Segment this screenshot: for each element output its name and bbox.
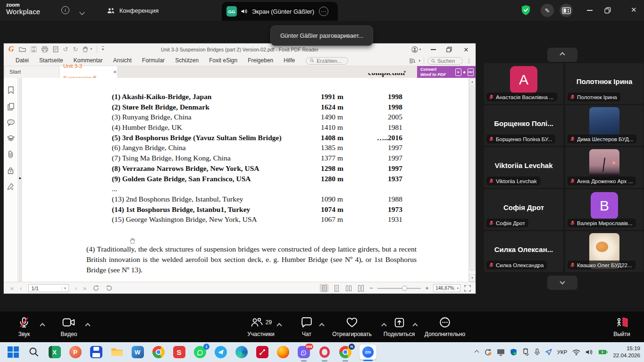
- fullscreen-icon[interactable]: [464, 285, 471, 292]
- tab-close-icon[interactable]: ✕: [113, 66, 117, 78]
- tell-me-input[interactable]: [317, 58, 344, 64]
- hand-tool-icon[interactable]: [83, 46, 88, 52]
- zoom-caret-icon[interactable]: ▾: [455, 286, 460, 290]
- first-page-button[interactable]: «: [10, 285, 14, 292]
- save-app-icon[interactable]: [90, 346, 102, 359]
- zoom-slider[interactable]: [377, 288, 421, 289]
- prev-page-button[interactable]: ‹: [20, 285, 22, 292]
- powerpoint-icon[interactable]: P: [69, 346, 82, 359]
- undo-icon[interactable]: ↺: [63, 46, 68, 52]
- participants-scroll-up[interactable]: [547, 48, 577, 62]
- continuous-facing-view-icon[interactable]: [357, 284, 365, 292]
- redo-icon[interactable]: ↻: [73, 46, 78, 52]
- minimize-button[interactable]: [587, 10, 593, 11]
- convert-word-to-pdf-ad[interactable]: Convert Word to PDF W ◆ PDF: [417, 66, 476, 78]
- participant-tile[interactable]: Viktoriia Levchak Viktoriia Levchak: [484, 147, 563, 188]
- foxit-logo[interactable]: G: [8, 45, 14, 53]
- next-page-button[interactable]: ›: [75, 285, 77, 292]
- more-options-icon[interactable]: ⋮: [466, 58, 472, 64]
- tray-mic-icon[interactable]: [534, 348, 540, 356]
- leave-button[interactable]: Выйти: [607, 316, 637, 337]
- volume-icon[interactable]: [585, 349, 593, 355]
- wifi-icon[interactable]: [572, 349, 580, 355]
- tab-options-icon[interactable]: ⋯: [319, 7, 328, 16]
- search-input[interactable]: [437, 58, 459, 64]
- layers-icon[interactable]: [7, 135, 15, 142]
- video-button[interactable]: Видео: [55, 316, 83, 337]
- participant-tile[interactable]: A Анастасія Василівна ...: [484, 63, 563, 104]
- participant-tile[interactable]: Квашко Олег БУД22...: [565, 231, 644, 272]
- react-button[interactable]: Отреагировать: [326, 316, 378, 337]
- display-icon[interactable]: [497, 349, 505, 356]
- signature-icon[interactable]: [7, 183, 14, 190]
- scroll-down-arrow[interactable]: ▼: [469, 274, 476, 282]
- participant-tile[interactable]: Анна Дроженко Арх ...: [565, 147, 644, 188]
- firefox-icon[interactable]: [276, 346, 289, 359]
- pdf-close-button[interactable]: ✕: [460, 43, 472, 56]
- rotate-right-icon[interactable]: [106, 285, 113, 292]
- menu-foxit-esign[interactable]: Foxit eSign: [204, 56, 243, 66]
- tray-expand-icon[interactable]: [474, 350, 479, 354]
- chevron-down-icon[interactable]: [80, 8, 84, 16]
- security-shield-icon[interactable]: [521, 5, 531, 16]
- meeting-info-icon[interactable]: i: [61, 6, 69, 14]
- last-page-button[interactable]: »: [83, 285, 86, 292]
- more-button[interactable]: Дополнительно: [422, 316, 468, 337]
- taskbar-clock[interactable]: 15:19 22.04.2026: [613, 345, 640, 359]
- zoom-app-icon[interactable]: zm: [360, 345, 376, 360]
- pdf-minimize-button[interactable]: [427, 43, 439, 56]
- s-app-icon[interactable]: S: [173, 346, 185, 359]
- annotate-pencil-icon[interactable]: ✎: [541, 4, 554, 17]
- participant-tile[interactable]: Дима Шестеров БУД...: [565, 105, 644, 146]
- single-page-view-icon[interactable]: [320, 284, 328, 292]
- menu-ansicht[interactable]: Ansicht: [108, 56, 137, 66]
- start-button[interactable]: [7, 346, 19, 359]
- facing-view-icon[interactable]: [344, 284, 353, 292]
- attachments-icon[interactable]: [8, 151, 14, 158]
- language-indicator[interactable]: УКР: [557, 349, 568, 355]
- page-caret-icon[interactable]: ▾: [62, 286, 68, 290]
- menu-formular[interactable]: Formular: [137, 56, 170, 66]
- restore-button[interactable]: [604, 7, 611, 14]
- file-explorer-icon[interactable]: [110, 346, 123, 359]
- open-file-icon[interactable]: [19, 46, 26, 52]
- route-app-icon[interactable]: [256, 346, 268, 359]
- excel-icon[interactable]: X: [48, 346, 61, 359]
- participant-tile[interactable]: Борщенко Полі... Борщенко Поліна БУ...: [484, 105, 563, 146]
- hand-tool-caret[interactable]: ▾: [90, 47, 92, 51]
- telegram-icon[interactable]: [214, 346, 227, 359]
- participants-scroll-down[interactable]: [547, 276, 577, 290]
- menu-hilfe[interactable]: Hilfe: [278, 56, 300, 66]
- chrome-profile-icon[interactable]: N: [339, 346, 351, 359]
- chrome-icon[interactable]: [152, 346, 165, 359]
- search-box[interactable]: [427, 57, 463, 65]
- save-icon[interactable]: [31, 46, 37, 52]
- document-scrollbar[interactable]: ▲ ▼: [468, 78, 476, 282]
- zoom-slider-thumb[interactable]: [402, 286, 407, 291]
- menu-datei[interactable]: Datei: [10, 56, 34, 66]
- zoom-level-box[interactable]: 146,67% ▾: [433, 284, 460, 292]
- windows-security-icon[interactable]: [510, 348, 517, 356]
- rotate-left-icon[interactable]: [92, 285, 100, 292]
- viber-icon[interactable]: 698: [297, 346, 310, 359]
- customize-toolbar-icon[interactable]: ▾: [102, 46, 104, 52]
- audio-options-chevron[interactable]: [41, 321, 44, 329]
- tab-conference[interactable]: Конференция: [103, 0, 162, 21]
- security-lock-icon[interactable]: [8, 167, 14, 174]
- tab-shared-screen[interactable]: GG Экран (Günter Gäßler) ⋯: [222, 2, 338, 21]
- advanced-search-icon[interactable]: [409, 58, 415, 64]
- audio-button[interactable]: Звук: [10, 316, 38, 337]
- chat-options-chevron[interactable]: [320, 321, 324, 329]
- tell-me-box[interactable]: [306, 57, 348, 65]
- pdf-restore-button[interactable]: [443, 43, 455, 56]
- whatsapp-icon[interactable]: 1: [193, 346, 206, 359]
- location-icon[interactable]: [545, 349, 552, 355]
- menu-schuetzen[interactable]: Schützen: [170, 56, 204, 66]
- share-options-chevron[interactable]: [413, 321, 417, 329]
- scrollbar-thumb[interactable]: [469, 86, 475, 270]
- tab-start[interactable]: Start: [5, 66, 59, 78]
- chat-button[interactable]: Чат: [293, 316, 321, 337]
- search-caret[interactable]: ▾: [418, 59, 420, 63]
- continuous-view-icon[interactable]: [332, 284, 341, 292]
- bookmarks-icon[interactable]: [8, 86, 14, 94]
